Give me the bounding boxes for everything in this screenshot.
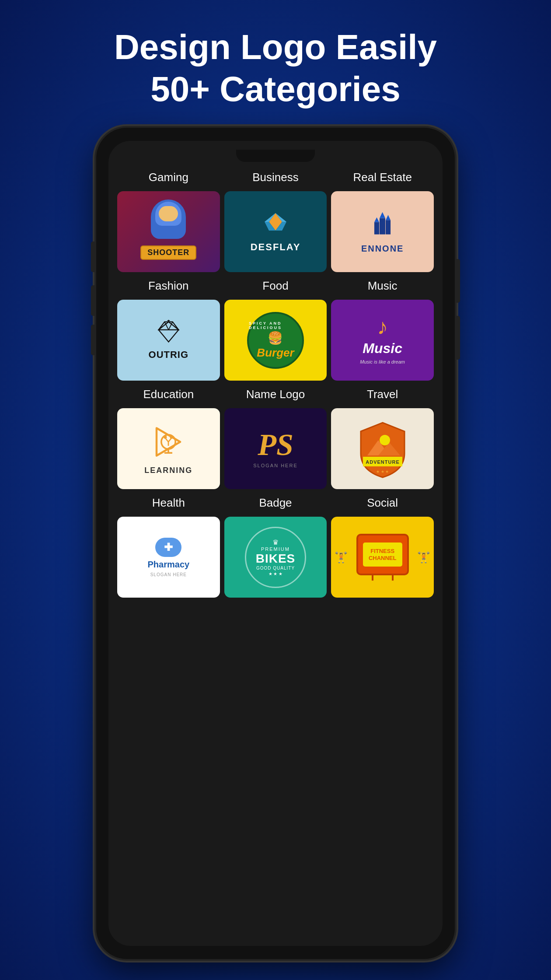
card-namelogo[interactable]: PS SLOGAN HERE bbox=[224, 408, 327, 489]
realestate-content: ENNONE bbox=[361, 210, 404, 254]
svg-point-32 bbox=[380, 435, 390, 445]
bikes-crown-icon: ♛ bbox=[272, 538, 279, 546]
fitness-tv-legs bbox=[365, 575, 400, 581]
music-note-icon: ♪ bbox=[377, 316, 388, 338]
music-title: Music bbox=[363, 340, 402, 357]
ennone-text: ENNONE bbox=[361, 244, 404, 254]
label-social: Social bbox=[331, 496, 434, 510]
svg-text:ADVENTURE: ADVENTURE bbox=[366, 459, 399, 465]
label-travel: Travel bbox=[331, 388, 434, 401]
tv-leg-left bbox=[372, 575, 373, 581]
pharmacy-pill-icon: ✚ bbox=[155, 538, 181, 557]
card-fashion[interactable]: OUTRIG bbox=[117, 300, 220, 381]
burger-icon: 🍔 bbox=[268, 331, 283, 345]
card-realestate[interactable]: ENNONE bbox=[331, 191, 434, 272]
gaming-content: SHOOTER bbox=[117, 191, 220, 272]
svg-marker-11 bbox=[386, 215, 391, 220]
category-labels-row2: Fashion Food Music bbox=[117, 279, 434, 295]
music-content: ♪ Music Music is like a dream bbox=[360, 316, 405, 364]
label-realestate: Real Estate bbox=[331, 171, 434, 184]
bikes-stars: ★ ★ ★ bbox=[269, 571, 283, 576]
burger-badge: Spicy and Delicious 🍔 Burger bbox=[247, 312, 304, 369]
travel-content: ADVENTURE ★ ★ ★ bbox=[331, 408, 434, 489]
bikes-badge-icon: ♛ Premium BIKES GOOD QUALITY ★ ★ ★ bbox=[245, 527, 306, 588]
label-badge: Badge bbox=[224, 496, 327, 510]
card-health[interactable]: ✚ Pharmacy SLOGAN HERE bbox=[117, 517, 220, 598]
logo-cards-row1: SHOOTER bbox=[117, 191, 434, 272]
card-business[interactable]: DESFLAY bbox=[224, 191, 327, 272]
food-content: Spicy and Delicious 🍔 Burger bbox=[224, 300, 327, 381]
category-labels-row4: Health Badge Social bbox=[117, 496, 434, 512]
bikes-title: BIKES bbox=[256, 553, 296, 565]
badge-content: ♛ Premium BIKES GOOD QUALITY ★ ★ ★ bbox=[224, 517, 327, 598]
logo-cards-row4: ✚ Pharmacy SLOGAN HERE ♛ Premium BIKES G… bbox=[117, 517, 434, 598]
header-section: Design Logo Easily 50+ Categories bbox=[114, 26, 437, 110]
svg-marker-9 bbox=[380, 212, 385, 218]
tv-leg-right bbox=[392, 575, 394, 581]
learning-text: LEARNING bbox=[144, 466, 192, 475]
fashion-diamond-icon bbox=[157, 320, 181, 346]
dumbbell-right-icon: 🏋 bbox=[417, 551, 430, 564]
logo-cards-row3: LEARNING PS SLOGAN HERE bbox=[117, 408, 434, 489]
svg-text:★ ★ ★: ★ ★ ★ bbox=[376, 469, 389, 474]
card-gaming[interactable]: SHOOTER bbox=[117, 191, 220, 272]
health-content: ✚ Pharmacy SLOGAN HERE bbox=[148, 538, 190, 577]
card-travel[interactable]: ADVENTURE ★ ★ ★ bbox=[331, 408, 434, 489]
category-labels-row3: Education Name Logo Travel bbox=[117, 388, 434, 404]
svg-rect-7 bbox=[374, 222, 379, 234]
burger-top-text: Spicy and Delicious bbox=[249, 321, 302, 330]
card-food[interactable]: Spicy and Delicious 🍔 Burger bbox=[224, 300, 327, 381]
label-business: Business bbox=[224, 171, 327, 184]
pharmacy-plus-icon: ✚ bbox=[164, 541, 173, 553]
pharmacy-slogan: SLOGAN HERE bbox=[150, 572, 187, 577]
fitness-tv-icon: FITNESS CHANNEL bbox=[356, 534, 409, 575]
music-subtitle: Music is like a dream bbox=[360, 359, 405, 364]
phone-frame: Gaming Business Real Estate SHOOTER bbox=[96, 128, 455, 959]
label-gaming: Gaming bbox=[117, 171, 220, 184]
dumbbell-left-icon: 🏋 bbox=[335, 551, 348, 564]
label-education: Education bbox=[117, 388, 220, 401]
diamond-icon bbox=[262, 211, 289, 237]
logo-cards-row2: OUTRIG Spicy and Delicious 🍔 Burger bbox=[117, 300, 434, 381]
social-content: 🏋 FITNESS CHANNEL 🏋 bbox=[331, 517, 434, 598]
education-content: LEARNING bbox=[144, 422, 192, 475]
fitness-screen: FITNESS CHANNEL bbox=[363, 542, 402, 567]
svg-marker-12 bbox=[158, 322, 178, 342]
learning-icon bbox=[149, 422, 188, 463]
svg-point-27 bbox=[170, 436, 173, 439]
category-section-row4: Health Badge Social ✚ Pharmacy SLOGAN HE… bbox=[117, 496, 434, 598]
business-content: DESFLAY bbox=[251, 211, 301, 253]
header-line2: 50+ Categories bbox=[150, 70, 400, 108]
shooter-badge: SHOOTER bbox=[140, 245, 196, 260]
card-music[interactable]: ♪ Music Music is like a dream bbox=[331, 300, 434, 381]
category-section-row3: Education Name Logo Travel bbox=[117, 388, 434, 489]
card-badge[interactable]: ♛ Premium BIKES GOOD QUALITY ★ ★ ★ bbox=[224, 517, 327, 598]
svg-marker-13 bbox=[158, 322, 178, 330]
bikes-premium-text: Premium bbox=[261, 546, 290, 552]
namelogo-content: PS SLOGAN HERE bbox=[253, 430, 297, 468]
svg-marker-10 bbox=[374, 217, 379, 222]
label-namelogo: Name Logo bbox=[224, 388, 327, 401]
fitness-channel-text: FITNESS CHANNEL bbox=[363, 548, 402, 561]
label-food: Food bbox=[224, 279, 327, 293]
label-health: Health bbox=[117, 496, 220, 510]
category-labels-row1: Gaming Business Real Estate bbox=[117, 171, 434, 187]
outrig-text: OUTRIG bbox=[149, 349, 189, 360]
bikes-quality-text: GOOD QUALITY bbox=[256, 566, 295, 570]
label-fashion: Fashion bbox=[117, 279, 220, 293]
phone-screen: Gaming Business Real Estate SHOOTER bbox=[108, 141, 443, 946]
fashion-content: OUTRIG bbox=[149, 320, 189, 360]
slogan-text: SLOGAN HERE bbox=[253, 463, 297, 468]
category-section-row2: Fashion Food Music bbox=[117, 279, 434, 381]
card-education[interactable]: LEARNING bbox=[117, 408, 220, 489]
label-music: Music bbox=[331, 279, 434, 293]
category-section-row1: Gaming Business Real Estate SHOOTER bbox=[117, 171, 434, 272]
pharmacy-name: Pharmacy bbox=[148, 560, 190, 570]
phone-notch bbox=[236, 150, 315, 162]
burger-name: Burger bbox=[257, 346, 294, 360]
gaming-character-icon bbox=[151, 200, 186, 239]
header-line1: Design Logo Easily bbox=[114, 28, 437, 66]
ps-letters: PS bbox=[258, 430, 293, 460]
adventure-badge-icon: ADVENTURE ★ ★ ★ bbox=[352, 418, 413, 480]
card-social[interactable]: 🏋 FITNESS CHANNEL 🏋 bbox=[331, 517, 434, 598]
